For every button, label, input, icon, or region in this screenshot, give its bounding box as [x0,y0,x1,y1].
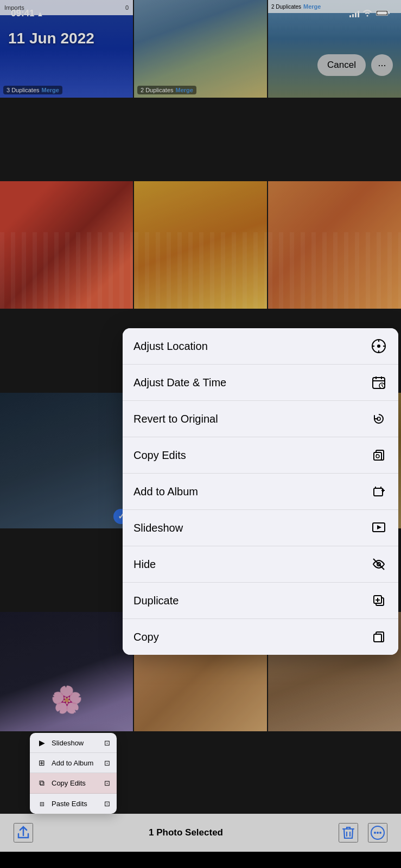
menu-item-add-to-album[interactable]: Add to Album [123,474,398,510]
menu-label-adjust-location: Adjust Location [133,340,208,353]
menu-item-duplicate[interactable]: Duplicate [123,583,398,619]
menu-label-revert-original: Revert to Original [133,413,218,425]
copy-icon [370,628,387,646]
add-to-album-icon [370,483,387,500]
menu-item-adjust-datetime[interactable]: Adjust Date & Time [123,365,398,401]
duplicate-icon [370,592,387,609]
slideshow-icon [370,519,387,537]
home-indicator [166,861,236,864]
svg-rect-19 [374,452,381,460]
menu-item-copy-edits[interactable]: Copy Edits [123,437,398,474]
mini-menu-item-slideshow[interactable]: ▶ Slideshow ⊡ [30,733,117,753]
adjust-location-icon [370,337,387,355]
mini-context-menu: ▶ Slideshow ⊡ ⊞ Add to Album ⊡ ⧉ Copy Ed… [30,733,117,814]
menu-item-adjust-location[interactable]: Adjust Location [123,328,398,365]
menu-label-adjust-datetime: Adjust Date & Time [133,376,226,389]
copy-edits-icon [370,446,387,464]
menu-item-hide[interactable]: Hide [123,546,398,583]
menu-item-slideshow[interactable]: Slideshow [123,510,398,546]
copy-edits-mini-icon: ⧉ [36,778,47,788]
svg-point-5 [377,344,380,348]
add-album-mini-icon: ⊞ [36,758,47,767]
mini-menu-item-add-album[interactable]: ⊞ Add to Album ⊡ [30,753,117,773]
svg-rect-36 [374,634,381,642]
slideshow-mini-icon-right: ⊡ [104,739,110,747]
menu-item-copy[interactable]: Copy [123,619,398,655]
mini-menu-label-paste-edits: Paste Edits [52,800,87,808]
copy-edits-mini-icon-right: ⊡ [104,779,110,787]
menu-label-duplicate: Duplicate [133,595,179,607]
hide-icon [370,556,387,573]
slideshow-mini-icon: ▶ [36,738,47,747]
adjust-datetime-icon [370,374,387,391]
menu-label-copy-edits: Copy Edits [133,449,186,462]
add-album-mini-icon-right: ⊡ [104,759,110,767]
menu-label-copy: Copy [133,631,159,643]
menu-label-add-to-album: Add to Album [133,486,198,498]
mini-menu-label-add-album: Add to Album [52,759,93,767]
svg-rect-22 [374,488,383,496]
menu-item-revert-original[interactable]: Revert to Original [123,401,398,437]
mini-menu-label-slideshow: Slideshow [52,739,84,747]
mini-menu-item-paste-edits[interactable]: ⧇ Paste Edits ⊡ [30,794,117,814]
svg-marker-28 [377,525,381,529]
context-menu: Adjust Location Adjust Date & Time [123,328,398,655]
paste-edits-mini-icon-right: ⊡ [104,800,110,808]
menu-label-slideshow: Slideshow [133,522,183,534]
paste-edits-mini-icon: ⧇ [36,799,47,808]
menu-label-hide: Hide [133,558,156,571]
mini-menu-item-copy-edits[interactable]: ⧉ Copy Edits ⊡ [30,773,117,794]
mini-menu-label-copy-edits: Copy Edits [52,779,86,787]
revert-original-icon [370,410,387,427]
